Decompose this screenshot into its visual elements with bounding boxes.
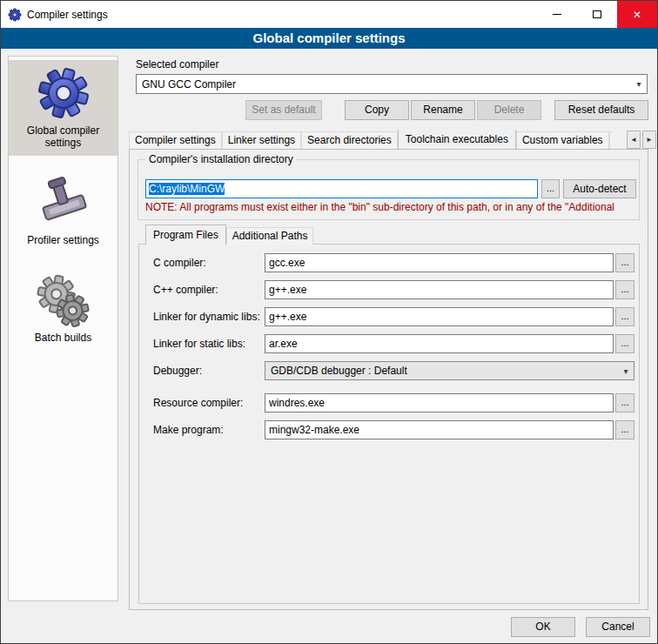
resource-compiler-browse-button[interactable]: ... — [615, 393, 634, 413]
c-compiler-input[interactable] — [265, 253, 614, 272]
ok-button[interactable]: OK — [511, 617, 575, 637]
minimize-icon — [553, 14, 561, 15]
linker-dynamic-input[interactable] — [265, 307, 614, 326]
c-compiler-browse-button[interactable]: ... — [615, 253, 634, 272]
copy-button[interactable]: Copy — [345, 100, 409, 120]
delete-button[interactable]: Delete — [477, 100, 541, 120]
debugger-label: Debugger: — [153, 361, 202, 380]
c-compiler-label: C compiler: — [153, 253, 206, 272]
maximize-button[interactable] — [577, 1, 617, 28]
tab-compiler-settings[interactable]: Compiler settings — [129, 131, 222, 149]
installation-directory-group-label: Compiler's installation directory — [145, 153, 297, 165]
make-program-label: Make program: — [153, 420, 224, 439]
app-gear-icon — [8, 8, 22, 22]
resource-compiler-label: Resource compiler: — [153, 393, 243, 413]
linker-static-label: Linker for static libs: — [153, 334, 245, 353]
program-files-tabstrip: Program Files Additional Paths — [145, 225, 313, 245]
tab-scroll-right-button[interactable]: ► — [642, 131, 656, 149]
minimize-button[interactable] — [537, 1, 577, 28]
resource-compiler-input[interactable] — [265, 393, 614, 413]
bin-subdirectory-note: NOTE: All programs must exist either in … — [145, 201, 638, 213]
compiler-settings-dialog: Compiler settings ✕ Global compiler sett… — [0, 0, 658, 644]
sidebar-item-profiler-settings[interactable]: Profiler settings — [9, 170, 118, 253]
tab-program-files[interactable]: Program Files — [145, 225, 226, 245]
dialog-header: Global compiler settings — [1, 28, 657, 49]
auto-detect-button[interactable]: Auto-detect — [563, 179, 636, 198]
debugger-select-value: GDB/CDB debugger : Default — [271, 365, 618, 377]
compiler-select-value: GNU GCC Compiler — [142, 78, 631, 91]
sidebar-item-label: Profiler settings — [12, 234, 114, 246]
tab-search-directories[interactable]: Search directories — [301, 131, 398, 149]
cancel-button[interactable]: Cancel — [586, 617, 650, 637]
sidebar-item-label: Batch builds — [12, 332, 114, 344]
selected-compiler-label: Selected compiler — [136, 58, 218, 70]
settings-category-sidebar: Global compiler settings Profiler settin… — [8, 56, 118, 601]
cpp-compiler-browse-button[interactable]: ... — [615, 280, 634, 299]
compiler-select[interactable]: GNU GCC Compiler ▾ — [136, 74, 648, 94]
tab-toolchain-executables[interactable]: Toolchain executables — [398, 130, 516, 149]
blue-gear-icon — [36, 65, 91, 121]
set-as-default-button[interactable]: Set as default — [245, 100, 322, 120]
cpp-compiler-input[interactable] — [265, 280, 614, 299]
tab-scroll-left-button[interactable]: ◄ — [627, 131, 641, 149]
installation-directory-value: C:\raylib\MinGW — [149, 183, 225, 195]
chevron-down-icon: ▾ — [631, 79, 647, 89]
linker-dynamic-browse-button[interactable]: ... — [615, 307, 634, 326]
close-icon: ✕ — [633, 9, 641, 21]
tab-additional-paths[interactable]: Additional Paths — [226, 227, 314, 245]
window-title: Compiler settings — [27, 9, 108, 21]
cpp-compiler-label: C++ compiler: — [153, 280, 218, 299]
sidebar-item-global-compiler-settings[interactable]: Global compiler settings — [9, 60, 118, 156]
linker-static-browse-button[interactable]: ... — [615, 334, 634, 353]
settings-tabstrip: Compiler settings Linker settings Search… — [129, 130, 614, 149]
maximize-icon — [593, 10, 601, 18]
profiler-tool-icon — [36, 175, 91, 231]
make-program-input[interactable] — [265, 420, 614, 439]
installation-directory-input[interactable]: C:\raylib\MinGW — [145, 179, 538, 198]
linker-static-input[interactable] — [265, 334, 614, 353]
window-controls: ✕ — [537, 1, 657, 28]
linker-dynamic-label: Linker for dynamic libs: — [153, 307, 260, 326]
debugger-select[interactable]: GDB/CDB debugger : Default ▾ — [265, 361, 634, 380]
tab-build-options[interactable]: Build options — [609, 131, 614, 149]
sidebar-item-batch-builds[interactable]: Batch builds — [9, 267, 118, 351]
chevron-down-icon: ▾ — [618, 366, 634, 376]
reset-defaults-button[interactable]: Reset defaults — [554, 100, 648, 120]
make-program-browse-button[interactable]: ... — [615, 420, 634, 439]
sidebar-item-label: Global compiler settings — [12, 124, 114, 149]
installation-directory-browse-button[interactable]: ... — [541, 179, 560, 198]
close-button[interactable]: ✕ — [617, 1, 657, 28]
rename-button[interactable]: Rename — [411, 100, 475, 120]
gray-gears-icon — [36, 272, 91, 328]
titlebar: Compiler settings ✕ — [1, 1, 657, 28]
tab-linker-settings[interactable]: Linker settings — [222, 131, 301, 149]
tab-custom-variables[interactable]: Custom variables — [516, 131, 609, 149]
